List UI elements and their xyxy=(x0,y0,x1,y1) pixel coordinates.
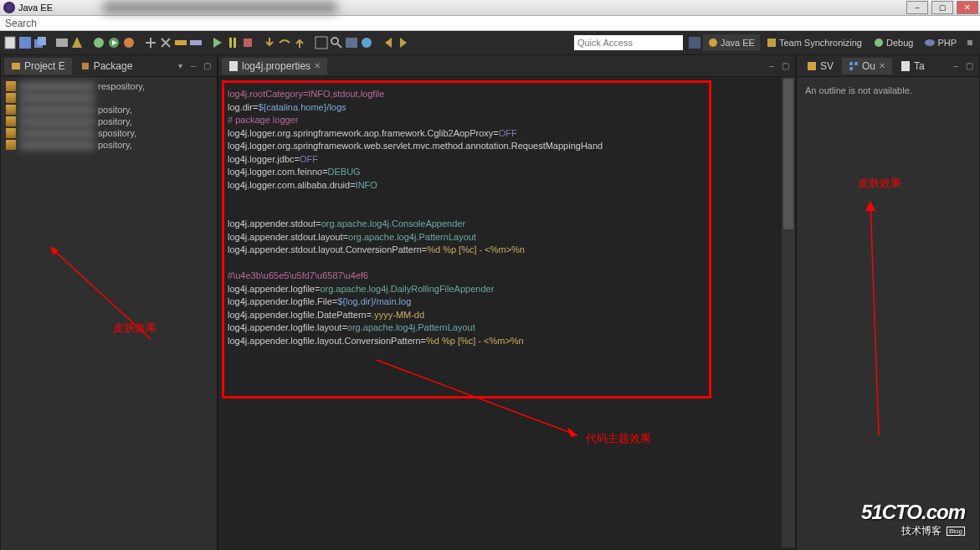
perspective-label: Debug xyxy=(886,38,913,48)
folder-icon xyxy=(6,140,16,150)
step-into-icon[interactable] xyxy=(263,36,276,49)
tab-label: Ou xyxy=(862,60,875,72)
svg-rect-19 xyxy=(346,38,357,48)
editor-scrollbar[interactable] xyxy=(782,77,795,547)
forward-icon[interactable] xyxy=(397,36,410,49)
toggle-icon[interactable] xyxy=(345,36,358,49)
svg-rect-10 xyxy=(175,40,187,45)
svg-rect-11 xyxy=(190,40,202,45)
svg-rect-33 xyxy=(849,62,853,65)
perspective-debug[interactable]: Debug xyxy=(869,34,918,51)
print-icon[interactable] xyxy=(55,36,69,49)
new-icon[interactable] xyxy=(3,36,17,49)
stop-icon[interactable] xyxy=(241,36,254,49)
menu-search[interactable]: Search xyxy=(5,18,37,29)
perspective-label: PHP xyxy=(937,38,957,48)
tree-item[interactable]: pository, xyxy=(6,139,212,151)
save-all-icon[interactable] xyxy=(33,36,47,49)
step-over-icon[interactable] xyxy=(278,36,291,49)
svg-point-27 xyxy=(925,39,935,46)
svg-rect-14 xyxy=(233,38,236,48)
close-outline-icon[interactable]: ✕ xyxy=(879,61,885,70)
window-titlebar: Java EE – ▢ ✕ xyxy=(0,0,980,16)
server-icon[interactable] xyxy=(174,36,187,49)
tab-tasks[interactable]: Ta xyxy=(894,58,931,75)
close-button[interactable]: ✕ xyxy=(957,1,978,14)
open-type-icon[interactable] xyxy=(315,36,328,49)
svg-rect-16 xyxy=(316,37,327,49)
blurred-name xyxy=(19,105,95,115)
tree-item[interactable]: spository, xyxy=(6,127,212,139)
menubar[interactable]: Search xyxy=(0,16,980,31)
browser-icon[interactable] xyxy=(360,36,373,49)
editor-minimize-icon[interactable]: – xyxy=(769,61,779,71)
watermark-text: 技术博客 xyxy=(901,524,942,538)
tree-suffix: spository, xyxy=(98,128,136,138)
tab-package-explorer[interactable]: Package xyxy=(74,58,140,75)
svg-rect-13 xyxy=(229,38,232,48)
project-tree[interactable]: respository,pository,pository,spository,… xyxy=(1,77,217,154)
build-icon[interactable] xyxy=(70,36,84,49)
svg-rect-4 xyxy=(56,39,68,47)
svg-rect-1 xyxy=(19,37,31,49)
editor-tab-log4j[interactable]: log4j.properties ✕ xyxy=(222,58,327,75)
minimize-button[interactable]: – xyxy=(906,1,928,14)
scrollbar-thumb[interactable] xyxy=(783,79,793,229)
tab-outline[interactable]: Ou ✕ xyxy=(842,58,892,75)
pause-icon[interactable] xyxy=(226,36,239,49)
svg-marker-22 xyxy=(400,38,407,48)
tree-item[interactable]: respository, xyxy=(6,80,212,92)
tree-suffix: pository, xyxy=(98,140,132,150)
run-icon[interactable] xyxy=(107,36,121,49)
properties-file-icon xyxy=(228,61,239,71)
perspective-javaee[interactable]: Java EE xyxy=(703,34,760,51)
code-content[interactable]: log4j.rootCategory=INFO,stdout,logfile l… xyxy=(222,80,711,398)
right-max-icon[interactable]: ▢ xyxy=(966,61,976,71)
code-editor[interactable]: log4j.rootCategory=INFO,stdout,logfile l… xyxy=(218,77,795,550)
maximize-view-icon[interactable]: ▢ xyxy=(203,61,213,71)
folder-icon xyxy=(6,93,16,103)
run-ext-icon[interactable] xyxy=(122,36,136,49)
editor-panel: log4j.properties ✕ – ▢ log4j.rootCategor… xyxy=(218,54,796,550)
svg-rect-32 xyxy=(808,62,816,70)
svg-point-24 xyxy=(709,39,717,47)
persp-more-icon[interactable] xyxy=(963,36,977,49)
link1-icon[interactable] xyxy=(144,36,157,49)
maximize-button[interactable]: ▢ xyxy=(931,1,953,14)
tree-item[interactable] xyxy=(6,92,212,104)
minimize-view-icon[interactable]: – xyxy=(191,61,201,71)
perspective-php[interactable]: PHP xyxy=(920,34,962,51)
perspective-team[interactable]: Team Synchronizing xyxy=(762,34,867,51)
link2-icon[interactable] xyxy=(159,36,172,49)
resume-icon[interactable] xyxy=(211,36,224,49)
outline-icon xyxy=(849,61,859,71)
blurred-name xyxy=(19,141,95,150)
svg-rect-30 xyxy=(82,63,89,69)
tree-item[interactable]: pository, xyxy=(6,116,212,127)
svg-rect-29 xyxy=(12,63,20,69)
quick-access-input[interactable] xyxy=(574,35,683,50)
tree-item[interactable]: pository, xyxy=(6,104,212,116)
back-icon[interactable] xyxy=(382,36,395,49)
main-toolbar: Java EE Team Synchronizing Debug PHP xyxy=(0,31,980,54)
tab-project-explorer[interactable]: Project E xyxy=(4,58,72,75)
tab-label: SV xyxy=(820,60,834,72)
debug-persp-icon xyxy=(874,38,884,48)
right-min-icon[interactable]: – xyxy=(953,61,963,71)
tab-sv[interactable]: SV xyxy=(800,58,840,75)
editor-maximize-icon[interactable]: ▢ xyxy=(782,61,792,71)
watermark-logo: 51CTO.com xyxy=(861,501,965,524)
watermark: 51CTO.com 技术博客 Blog xyxy=(861,501,965,538)
step-return-icon[interactable] xyxy=(293,36,306,49)
open-perspective-icon[interactable] xyxy=(688,36,701,49)
search-icon[interactable] xyxy=(330,36,343,49)
svg-rect-25 xyxy=(767,39,776,47)
view-menu-icon[interactable]: ▾ xyxy=(178,61,188,71)
blurred-name xyxy=(19,82,95,91)
new-server-icon[interactable] xyxy=(189,36,203,49)
outline-panel: SV Ou ✕ Ta – ▢ An outline is not availab… xyxy=(796,54,980,550)
save-icon[interactable] xyxy=(18,36,32,49)
close-tab-icon[interactable]: ✕ xyxy=(314,61,321,70)
debug-icon[interactable] xyxy=(92,36,105,49)
project-explorer-panel: Project E Package ▾ – ▢ respository,posi… xyxy=(0,54,218,550)
